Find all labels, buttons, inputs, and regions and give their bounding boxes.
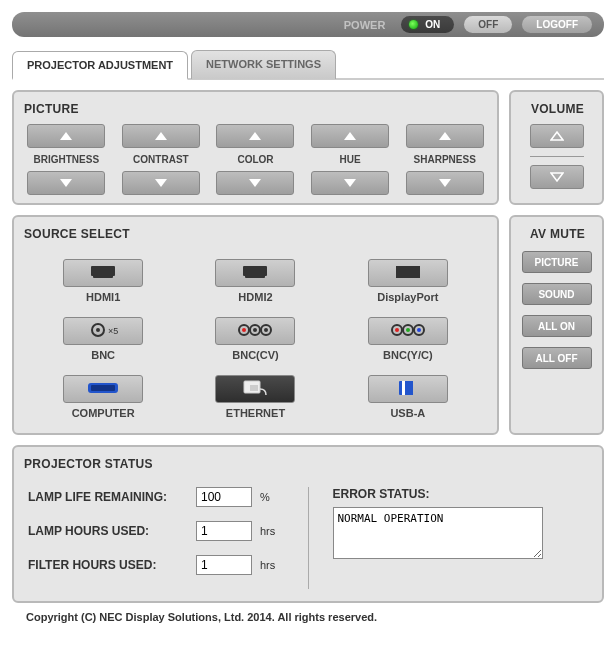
svg-rect-39 <box>405 381 413 395</box>
sharpness-up-button[interactable] <box>406 124 484 148</box>
copyright: Copyright (C) NEC Display Solutions, Ltd… <box>26 611 604 623</box>
svg-text:×5: ×5 <box>108 326 118 336</box>
source-item-displayport: DisplayPort <box>368 259 448 303</box>
source-item-bnc: ×5BNC <box>63 317 143 361</box>
svg-point-30 <box>406 328 410 332</box>
svg-marker-1 <box>155 132 167 140</box>
mute-all-on-button[interactable]: ALL ON <box>522 315 592 337</box>
svg-marker-11 <box>551 173 563 181</box>
volume-up-button[interactable] <box>530 124 584 148</box>
picture-panel: PICTURE BRIGHTNESS CONTRAST COLOR HUE SH… <box>12 90 499 205</box>
power-on-button[interactable]: ON <box>401 16 454 33</box>
source-label: HDMI1 <box>63 291 143 303</box>
sharpness-down-button[interactable] <box>406 171 484 195</box>
bnc3r-icon <box>230 321 280 342</box>
svg-marker-9 <box>439 179 451 187</box>
source-button-ethernet[interactable] <box>215 375 295 403</box>
svg-rect-15 <box>245 274 265 278</box>
svg-rect-13 <box>93 274 113 278</box>
eth-icon <box>230 379 280 400</box>
source-label: USB-A <box>368 407 448 419</box>
hue-label: HUE <box>340 154 361 165</box>
hdmi-icon <box>78 263 128 284</box>
source-button-hdmi2[interactable] <box>215 259 295 287</box>
source-item-ethernet: ETHERNET <box>215 375 295 419</box>
usb-icon <box>383 379 433 400</box>
contrast-label: CONTRAST <box>133 154 189 165</box>
source-item-computer: COMPUTER <box>63 375 143 419</box>
on-label: ON <box>425 19 440 30</box>
power-off-button[interactable]: OFF <box>464 16 512 33</box>
projector-status-title: PROJECTOR STATUS <box>24 457 594 471</box>
contrast-down-button[interactable] <box>122 171 200 195</box>
source-button-bnc[interactable]: ×5 <box>63 317 143 345</box>
tabs: PROJECTOR ADJUSTMENT NETWORK SETTINGS <box>12 49 604 80</box>
off-label: OFF <box>478 19 498 30</box>
svg-marker-6 <box>155 179 167 187</box>
source-button-computer[interactable] <box>63 375 143 403</box>
hdmi-icon <box>230 263 280 284</box>
volume-down-button[interactable] <box>530 165 584 189</box>
lamp-hours-input[interactable] <box>196 521 252 541</box>
tab-projector-adjustment[interactable]: PROJECTOR ADJUSTMENT <box>12 51 188 80</box>
error-status-label: ERROR STATUS: <box>333 487 589 501</box>
svg-rect-36 <box>250 385 258 391</box>
lamp-hours-label: LAMP HOURS USED: <box>28 524 188 538</box>
mute-all-off-button[interactable]: ALL OFF <box>522 347 592 369</box>
svg-marker-0 <box>60 132 72 140</box>
filter-hours-unit: hrs <box>260 559 275 571</box>
filter-hours-label: FILTER HOURS USED: <box>28 558 188 572</box>
lamp-life-label: LAMP LIFE REMAINING: <box>28 490 188 504</box>
contrast-up-button[interactable] <box>122 124 200 148</box>
filter-hours-input[interactable] <box>196 555 252 575</box>
hue-up-button[interactable] <box>311 124 389 148</box>
brightness-label: BRIGHTNESS <box>34 154 100 165</box>
dp-icon <box>383 263 433 284</box>
power-label: POWER <box>344 19 386 31</box>
svg-marker-4 <box>439 132 451 140</box>
logoff-button[interactable]: LOGOFF <box>522 16 592 33</box>
av-mute-title: AV MUTE <box>521 227 594 241</box>
tab-network-settings[interactable]: NETWORK SETTINGS <box>191 50 336 79</box>
lamp-hours-unit: hrs <box>260 525 275 537</box>
picture-title: PICTURE <box>24 102 489 116</box>
source-label: HDMI2 <box>215 291 295 303</box>
status-divider <box>308 487 309 589</box>
power-led-icon <box>409 20 418 29</box>
bnc5-icon: ×5 <box>78 321 128 342</box>
svg-point-19 <box>96 328 100 332</box>
source-button-bnc-cv-[interactable] <box>215 317 295 345</box>
color-up-button[interactable] <box>216 124 294 148</box>
source-item-hdmi1: HDMI1 <box>63 259 143 303</box>
source-label: COMPUTER <box>63 407 143 419</box>
source-select-panel: SOURCE SELECT HDMI1HDMI2DisplayPort×5BNC… <box>12 215 499 435</box>
logoff-label: LOGOFF <box>536 19 578 30</box>
av-mute-panel: AV MUTE PICTURE SOUND ALL ON ALL OFF <box>509 215 604 435</box>
lamp-life-input[interactable] <box>196 487 252 507</box>
source-item-bnc-cv-: BNC(CV) <box>215 317 295 361</box>
error-status-box[interactable] <box>333 507 543 559</box>
mute-sound-button[interactable]: SOUND <box>522 283 592 305</box>
svg-marker-10 <box>551 132 563 140</box>
svg-point-28 <box>395 328 399 332</box>
source-item-hdmi2: HDMI2 <box>215 259 295 303</box>
source-button-bnc-y-c-[interactable] <box>368 317 448 345</box>
bnc3c-icon <box>383 321 433 342</box>
svg-rect-34 <box>91 385 115 391</box>
brightness-down-button[interactable] <box>27 171 105 195</box>
source-label: ETHERNET <box>215 407 295 419</box>
svg-marker-8 <box>344 179 356 187</box>
source-label: BNC(CV) <box>215 349 295 361</box>
sharpness-label: SHARPNESS <box>414 154 476 165</box>
source-button-hdmi1[interactable] <box>63 259 143 287</box>
hue-down-button[interactable] <box>311 171 389 195</box>
mute-picture-button[interactable]: PICTURE <box>522 251 592 273</box>
color-down-button[interactable] <box>216 171 294 195</box>
brightness-up-button[interactable] <box>27 124 105 148</box>
source-item-bnc-y-c-: BNC(Y/C) <box>368 317 448 361</box>
source-button-displayport[interactable] <box>368 259 448 287</box>
source-label: DisplayPort <box>368 291 448 303</box>
volume-title: VOLUME <box>521 102 594 116</box>
svg-marker-3 <box>344 132 356 140</box>
source-button-usb-a[interactable] <box>368 375 448 403</box>
